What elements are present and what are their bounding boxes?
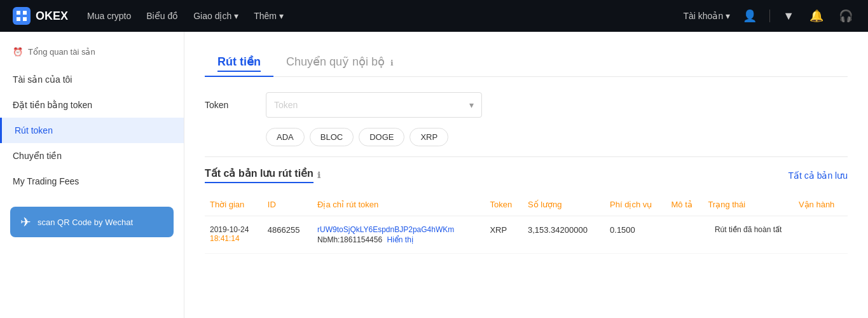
tab-chuyen-quy[interactable]: Chuyển quỹ nội bộ ℹ <box>273 47 406 76</box>
wechat-scan[interactable]: ✈ scan QR Code by Wechat <box>10 207 174 237</box>
date-value: 2019-10-24 <box>210 225 258 234</box>
headphone-icon[interactable]: 🎧 <box>836 6 855 25</box>
top-navigation: OKEX Mua crypto Biểu đồ Giao dịch ▾ Thêm… <box>0 0 868 32</box>
page-tabs: Rút tiền Chuyển quỹ nội bộ ℹ <box>205 47 848 77</box>
svg-rect-2 <box>17 17 20 21</box>
records-table: Thời gian ID Địa chỉ rút token Token Số … <box>205 193 848 254</box>
clock-icon: ⏰ <box>13 47 23 57</box>
bell-icon[interactable]: 🔔 <box>807 6 826 25</box>
sidebar-header-label: Tổng quan tài sản <box>28 47 95 57</box>
col-mo-ta: Mô tả <box>666 193 703 216</box>
col-id: ID <box>263 193 312 216</box>
col-trang-thai: Trạng thái <box>703 193 794 216</box>
col-token: Token <box>485 193 523 216</box>
address-sub: NbMh:1861154456 <box>317 235 382 244</box>
cell-amount: 3,153.34200000 <box>523 216 605 254</box>
sidebar-item-dat-tien[interactable]: Đặt tiền bằng token <box>0 92 184 118</box>
cell-fee: 0.1500 <box>605 216 666 254</box>
col-thoi-gian: Thời gian <box>205 193 263 216</box>
col-so-luong: Số lượng <box>523 193 605 216</box>
chevron-down-icon: ▾ <box>279 11 284 21</box>
token-label: Token <box>205 100 256 110</box>
chevron-down-icon: ▾ <box>234 11 238 21</box>
show-link[interactable]: Hiển thị <box>387 235 413 244</box>
info-icon: ℹ <box>390 59 394 67</box>
page-layout: ⏰ Tổng quan tài sản Tài sản của tôi Đặt … <box>0 32 868 318</box>
svg-rect-3 <box>23 17 27 21</box>
cell-operation <box>794 216 848 254</box>
table-title: Tất cả bản lưu rút tiền ℹ <box>205 167 320 183</box>
all-records-link[interactable]: Tất cả bản lưu <box>788 170 848 181</box>
telegram-icon: ✈ <box>20 214 31 230</box>
chip-bloc[interactable]: BLOC <box>310 128 354 146</box>
sidebar-header: ⏰ Tổng quan tài sản <box>0 42 184 67</box>
cell-status: Rút tiền đã hoàn tất <box>703 216 794 254</box>
chip-ada[interactable]: ADA <box>266 128 305 146</box>
cell-id: 4866255 <box>263 216 312 254</box>
svg-rect-0 <box>17 11 20 15</box>
logo-text: OKEX <box>36 10 68 23</box>
token-form-row: Token Token ▾ <box>205 92 848 118</box>
chip-doge[interactable]: DOGE <box>359 128 404 146</box>
nav-them[interactable]: Thêm ▾ <box>254 11 284 21</box>
nav-mua-crypto[interactable]: Mua crypto <box>87 11 131 21</box>
status-value: Rút tiền đã hoàn tất <box>708 225 789 234</box>
sidebar: ⏰ Tổng quan tài sản Tài sản của tôi Đặt … <box>0 32 184 318</box>
main-content: Rút tiền Chuyển quỹ nội bộ ℹ Token Token… <box>184 32 868 318</box>
nav-bieu-do[interactable]: Biểu đồ <box>146 11 178 21</box>
col-phi: Phí dịch vụ <box>605 193 666 216</box>
col-van-hanh: Vận hành <box>794 193 848 216</box>
cell-date-time: 2019-10-24 18:41:14 <box>205 216 263 254</box>
account-menu[interactable]: Tài khoản ▾ <box>683 11 730 21</box>
token-chips: ADA BLOC DOGE XRP <box>266 128 848 146</box>
token-placeholder: Token <box>274 100 298 110</box>
time-value: 18:41:14 <box>210 234 258 243</box>
sidebar-item-rut-token[interactable]: Rút token <box>0 118 184 143</box>
table-title-text: Tất cả bản lưu rút tiền <box>205 167 313 183</box>
token-select[interactable]: Token ▾ <box>266 92 482 118</box>
chevron-down-icon: ▾ <box>469 100 474 110</box>
info-icon: ℹ <box>317 170 320 180</box>
nav-giao-dich[interactable]: Giao dịch ▾ <box>193 11 238 21</box>
nav-divider <box>769 10 770 22</box>
table-header: Tất cả bản lưu rút tiền ℹ Tất cả bản lưu <box>205 156 848 183</box>
user-icon[interactable]: 👤 <box>740 6 759 25</box>
col-dia-chi: Địa chỉ rút token <box>312 193 485 216</box>
nav-links: Mua crypto Biểu đồ Giao dịch ▾ Thêm ▾ <box>87 11 664 21</box>
sidebar-item-trading-fees[interactable]: My Trading Fees <box>0 169 184 194</box>
cell-token: XRP <box>485 216 523 254</box>
logo[interactable]: OKEX <box>13 7 68 25</box>
wechat-label: scan QR Code by Wechat <box>38 218 133 227</box>
chevron-down-icon: ▾ <box>726 11 730 21</box>
svg-rect-1 <box>23 11 27 15</box>
sidebar-item-tai-san[interactable]: Tài sản của tôi <box>0 67 184 92</box>
chip-xrp[interactable]: XRP <box>410 128 448 146</box>
table-row: 2019-10-24 18:41:14 4866255 rUW9toSjQkLY… <box>205 216 848 254</box>
logo-icon <box>13 7 31 25</box>
tab-rut-tien[interactable]: Rút tiền <box>205 47 273 76</box>
table-header-row: Thời gian ID Địa chỉ rút token Token Số … <box>205 193 848 216</box>
address-value[interactable]: rUW9toSjQkLY6EspdnBJP2paG4hWKm <box>317 225 479 234</box>
cell-address: rUW9toSjQkLY6EspdnBJP2paG4hWKm NbMh:1861… <box>312 216 485 254</box>
download-icon[interactable]: ▼ <box>780 7 797 25</box>
nav-right: Tài khoản ▾ 👤 ▼ 🔔 🎧 <box>683 6 855 25</box>
cell-description <box>666 216 703 254</box>
sidebar-item-chuyen-tien[interactable]: Chuyển tiền <box>0 143 184 169</box>
